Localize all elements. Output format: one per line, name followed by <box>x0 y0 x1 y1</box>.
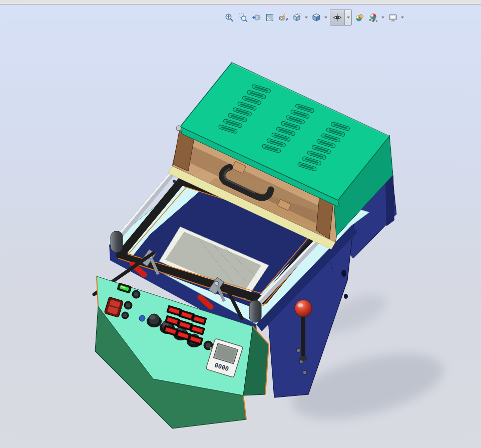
chevron-down-icon <box>347 17 350 19</box>
heads-up-view-toolbar: A <box>222 10 405 26</box>
appearance-sphere-pencil-icon <box>355 13 365 23</box>
view-orientation-cube-icon <box>292 13 302 23</box>
monitor-icon <box>388 13 398 23</box>
svg-text:A: A <box>285 17 288 22</box>
chevron-down-icon <box>324 17 327 19</box>
machine-model[interactable]: 0000 <box>0 5 481 448</box>
lever-ball-highlight <box>298 303 303 307</box>
checkered-floor <box>369 20 377 22</box>
chevron-down-icon <box>401 17 404 19</box>
body-bolt <box>303 370 307 374</box>
chevron-down-icon <box>381 17 384 19</box>
annotation-views-icon: A <box>278 13 288 23</box>
body-hole <box>344 294 348 299</box>
apply-scene-dropdown[interactable] <box>380 10 386 25</box>
viewport-3d[interactable]: 0000 <box>0 5 481 448</box>
view-settings-dropdown[interactable] <box>399 10 405 25</box>
scene-sphere-icon <box>368 13 378 23</box>
edit-appearance-button[interactable] <box>353 10 366 25</box>
display-style-dropdown[interactable] <box>323 10 329 25</box>
cover-corner-screw <box>176 126 181 131</box>
small-knob <box>204 341 213 350</box>
rail-end-cap <box>249 300 261 322</box>
blue-button <box>139 315 145 321</box>
zoom-to-area-icon <box>238 13 248 23</box>
lever-ball[interactable] <box>295 300 312 317</box>
hide-show-items-group <box>330 10 352 26</box>
body-bolt <box>296 348 300 352</box>
display-style-cube-icon <box>311 13 321 23</box>
previous-view-icon <box>251 13 261 23</box>
zoom-to-fit-button[interactable] <box>222 10 236 25</box>
rail-end-cap <box>111 231 123 252</box>
hide-show-items-button[interactable] <box>330 10 345 25</box>
window-chrome-strip <box>0 0 481 5</box>
zoom-to-fit-icon <box>224 13 234 23</box>
previous-view-button[interactable] <box>249 10 263 25</box>
hide-show-items-dropdown[interactable] <box>345 10 351 25</box>
view-settings-button[interactable] <box>386 10 399 25</box>
zoom-to-area-button[interactable] <box>236 10 249 25</box>
display-style-button[interactable] <box>309 10 323 25</box>
view-orientation-dropdown[interactable] <box>303 10 309 25</box>
section-view-button[interactable] <box>263 10 276 25</box>
body-hole <box>341 270 346 277</box>
chevron-down-icon <box>305 17 308 19</box>
eye-icon <box>332 13 342 23</box>
apply-scene-button[interactable] <box>366 10 380 25</box>
annotation-views-button[interactable]: A <box>276 10 290 25</box>
section-view-icon <box>265 13 275 23</box>
view-orientation-button[interactable] <box>290 10 303 25</box>
